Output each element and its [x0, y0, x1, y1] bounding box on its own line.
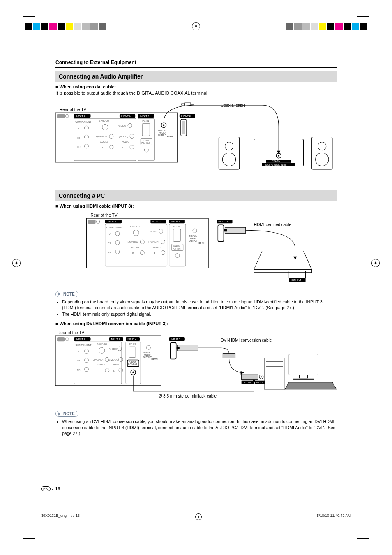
svg-text:PC/HDMI: PC/HDMI: [141, 141, 150, 144]
svg-text:PC/HDMI: PC/HDMI: [173, 247, 181, 250]
svg-point-62: [316, 153, 329, 166]
page-number: EN - 16: [41, 486, 60, 491]
svg-text:L(MONO): L(MONO): [148, 241, 159, 243]
svg-text:PC IN: PC IN: [129, 343, 136, 346]
svg-point-54: [278, 155, 279, 157]
svg-text:VIDEO: VIDEO: [109, 348, 117, 351]
svg-point-144: [119, 368, 123, 372]
svg-text:INPUT 2: INPUT 2: [76, 115, 85, 117]
svg-rect-114: [289, 271, 305, 278]
label-rear-tv: Rear of the TV: [91, 213, 118, 217]
subheading-dvi: When using DVI-HDMI conversion cable (IN…: [55, 321, 337, 326]
svg-point-124: [84, 349, 88, 354]
svg-rect-3: [55, 113, 178, 162]
diagram-dvi-pc: Rear of the TV INPUT 2 COMPONENT Y PB PR…: [55, 329, 337, 402]
svg-rect-168: [289, 354, 318, 375]
svg-text:PB: PB: [77, 136, 80, 139]
svg-point-90: [161, 240, 165, 244]
svg-rect-4: [57, 114, 65, 118]
note-list-1: Depending on the board, only video signa…: [55, 299, 337, 317]
printer-color-bar: ✦: [25, 23, 367, 30]
svg-point-118: [65, 338, 69, 341]
svg-text:PB: PB: [108, 242, 111, 244]
svg-text:INPUT 2: INPUT 2: [76, 338, 85, 341]
label-dvi-out: DVI OUT: [243, 381, 251, 384]
svg-text:PC/HDMI: PC/HDMI: [128, 363, 137, 366]
svg-point-126: [84, 358, 88, 363]
svg-text:AUDIO: AUDIO: [122, 140, 129, 143]
svg-point-135: [105, 368, 109, 372]
print-footer: 39X0131B_eng.indb 16 ✦ 5/18/10 11:40:42 …: [41, 513, 351, 520]
svg-text:COMPONENT: COMPONENT: [75, 344, 91, 347]
svg-rect-50: [182, 121, 185, 134]
diagram-hdmi-pc: Rear of the TV INPUT 2 COMPONENT Y PB PR…: [55, 212, 337, 282]
svg-point-40: [144, 148, 148, 152]
svg-point-77: [115, 250, 120, 254]
svg-point-28: [130, 134, 134, 138]
label-rear-tv: Rear of the TV: [60, 107, 86, 112]
svg-point-5: [65, 114, 69, 118]
svg-point-67: [97, 220, 100, 223]
svg-text:AUDIO: AUDIO: [113, 364, 120, 366]
svg-text:INPUT 3: INPUT 3: [171, 338, 181, 341]
label-hdmi-out: HDMI OUT: [291, 279, 301, 281]
svg-text:OUTPUT: OUTPUT: [143, 356, 152, 359]
svg-point-11: [84, 126, 88, 130]
svg-rect-0: [182, 104, 185, 105]
svg-rect-111: [225, 227, 245, 233]
svg-text:PR: PR: [77, 145, 81, 148]
svg-point-17: [102, 124, 108, 130]
divider: [55, 67, 337, 68]
svg-text:R: R: [101, 146, 103, 148]
svg-point-154: [132, 372, 134, 373]
svg-text:AUDIO: AUDIO: [100, 140, 108, 143]
svg-point-75: [115, 240, 120, 245]
svg-text:INPUT 4: INPUT 4: [140, 115, 150, 117]
svg-point-177: [261, 377, 262, 378]
svg-text:L(MONO): L(MONO): [108, 359, 119, 361]
svg-text:Y: Y: [78, 351, 79, 353]
svg-rect-163: [178, 345, 198, 351]
registration-mark-left: ✦: [12, 259, 21, 267]
registration-mark-top: ✦: [192, 22, 200, 30]
svg-text:L(MONO): L(MONO): [127, 241, 138, 243]
svg-text:Y: Y: [78, 127, 79, 130]
svg-rect-98: [173, 229, 181, 241]
svg-rect-149: [129, 347, 136, 358]
svg-point-42: [163, 124, 165, 126]
svg-text:VIDEO: VIDEO: [118, 125, 126, 127]
svg-marker-113: [293, 257, 297, 260]
svg-point-88: [159, 229, 163, 233]
svg-text:L(MONO): L(MONO): [93, 359, 104, 361]
svg-text:INPUT 1: INPUT 1: [111, 338, 120, 341]
svg-text:COMPONENT: COMPONENT: [106, 226, 122, 229]
label-hdmi-cable: HDMI-certified cable: [254, 222, 291, 227]
svg-point-155: [146, 346, 150, 350]
svg-text:PB: PB: [77, 360, 80, 362]
svg-point-26: [128, 123, 132, 127]
svg-point-130: [99, 348, 105, 354]
svg-text:INPUT 3: INPUT 3: [218, 220, 228, 223]
svg-point-13: [84, 135, 88, 139]
svg-text:PC IN: PC IN: [142, 120, 149, 122]
page-content: Connecting to External Equipment Connect…: [55, 60, 337, 506]
subheading-hdmi: When using HDMI cable (INPUT 3):: [55, 204, 337, 208]
svg-text:PR: PR: [108, 251, 112, 254]
svg-text:OUTPUT: OUTPUT: [189, 240, 198, 242]
svg-text:PR: PR: [77, 369, 81, 371]
list-item: Depending on the board, only video signa…: [62, 299, 337, 310]
subheading-coaxial: When using coaxial cable:: [55, 84, 337, 89]
svg-point-15: [84, 144, 88, 148]
svg-rect-165: [223, 354, 235, 358]
svg-text:S-VIDEO: S-VIDEO: [130, 225, 140, 228]
lang-badge: EN: [41, 486, 51, 491]
color-blocks-right: [286, 23, 367, 30]
svg-rect-170: [293, 378, 314, 380]
label-rear-tv: Rear of the TV: [58, 331, 84, 335]
svg-text:AUDIO: AUDIO: [131, 246, 139, 248]
svg-rect-36: [142, 123, 150, 136]
svg-rect-66: [88, 220, 95, 224]
list-item: The HDMI terminals only support digital …: [62, 311, 337, 317]
svg-point-141: [119, 358, 123, 362]
svg-rect-162: [171, 343, 176, 359]
